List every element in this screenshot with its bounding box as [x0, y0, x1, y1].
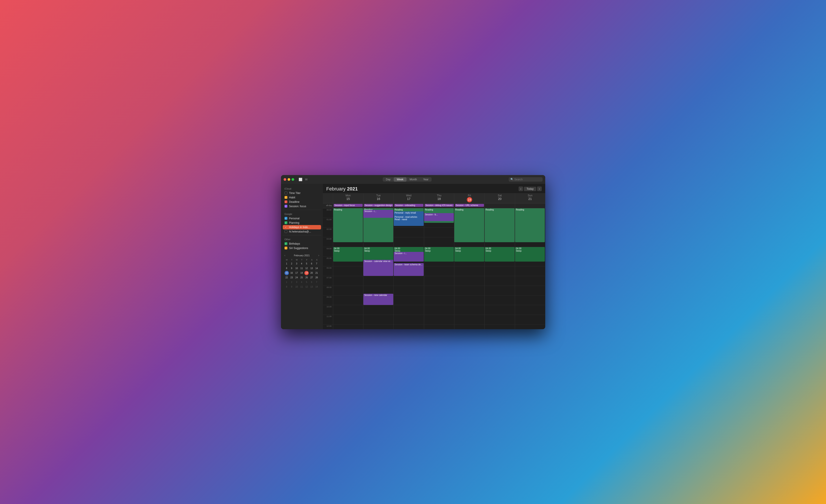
- time-cell-d3-h9[interactable]: [424, 296, 454, 305]
- time-cell-d2-h11[interactable]: [394, 315, 424, 324]
- mini-cal-day-4[interactable]: 4: [299, 262, 304, 266]
- time-cell-d6-h7[interactable]: [515, 276, 545, 286]
- mini-cal-day-mar3[interactable]: 3: [294, 280, 299, 285]
- time-cell-d3-h8[interactable]: [424, 286, 454, 296]
- checkbox-holidays[interactable]: ✓: [285, 226, 287, 229]
- sidebar-item-siri[interactable]: ✓ Siri Suggestions: [283, 246, 321, 250]
- mini-cal-day-mar11[interactable]: 11: [299, 285, 304, 289]
- allday-event-fri[interactable]: Session - URL scheme: [455, 204, 484, 207]
- mini-cal-day-11[interactable]: 11: [299, 266, 304, 271]
- checkbox-personal[interactable]: ✓: [285, 217, 287, 220]
- event-12[interactable]: Session - new calendar: [363, 294, 393, 305]
- event-48[interactable]: 04.00 Sleep: [515, 247, 545, 262]
- time-cell-d0-h9[interactable]: [333, 296, 363, 305]
- time-cell-d2-h12[interactable]: [394, 324, 424, 329]
- time-cell-d5-h10[interactable]: [484, 305, 515, 315]
- mini-cal-day-23[interactable]: 23: [289, 275, 294, 280]
- sidebar-item-deadline[interactable]: ✓ Deadline: [283, 200, 321, 204]
- time-cell-d2-h9[interactable]: [394, 296, 424, 305]
- checkbox-focus[interactable]: ✓: [285, 205, 287, 208]
- time-cell-d6-h11[interactable]: [515, 315, 545, 324]
- time-cell-d2-h2[interactable]: [394, 228, 424, 237]
- time-cell-d5-h6[interactable]: [484, 266, 515, 276]
- sidebar-item-birthdays[interactable]: ✓ Birthdays: [283, 242, 321, 246]
- mini-cal-day-26[interactable]: 26: [304, 275, 309, 280]
- mini-cal-day-15[interactable]: 15: [285, 271, 289, 275]
- mini-cal-day-24[interactable]: 24: [294, 275, 299, 280]
- mini-cal-day-mar2[interactable]: 2: [289, 280, 294, 285]
- mini-cal-day-mar1[interactable]: 1: [285, 280, 289, 285]
- time-cell-d3-h6[interactable]: [424, 266, 454, 276]
- allday-event-mon[interactable]: Session - input focus: [334, 204, 363, 207]
- mini-cal-day-6[interactable]: 6: [309, 262, 314, 266]
- time-cell-d6-h6[interactable]: [515, 266, 545, 276]
- mini-cal-day-mar10[interactable]: 10: [294, 285, 299, 289]
- event-7[interactable]: 04.00 Sleep: [333, 247, 363, 262]
- search-box[interactable]: 🔍: [509, 177, 543, 182]
- checkbox-deadline[interactable]: ✓: [285, 200, 287, 203]
- mini-cal-day-mar13[interactable]: 13: [309, 285, 314, 289]
- time-cell-d2-h7[interactable]: [394, 276, 424, 286]
- checkbox-habit[interactable]: ✓: [285, 196, 287, 199]
- time-cell-d2-h8[interactable]: [394, 286, 424, 296]
- time-cell-d1-h7[interactable]: [363, 276, 394, 286]
- minimize-button[interactable]: [288, 178, 290, 181]
- time-cell-d0-h12[interactable]: [333, 324, 363, 329]
- mini-cal-day-14[interactable]: 14: [314, 266, 319, 271]
- time-cell-d6-h9[interactable]: [515, 296, 545, 305]
- sidebar-item-focus[interactable]: ✓ Session: focus: [283, 204, 321, 208]
- time-cell-d1-h10[interactable]: [363, 305, 394, 315]
- allday-event-thu[interactable]: Session - debug iOS issues: [424, 204, 454, 207]
- allday-event-tue[interactable]: Session - suggestion design: [364, 204, 393, 207]
- event-38[interactable]: Reading: [454, 208, 484, 242]
- event-11[interactable]: Session - calendar view wi...: [363, 260, 393, 276]
- mini-cal-day-mar14[interactable]: 14: [314, 285, 319, 289]
- time-cell-d5-h9[interactable]: [484, 296, 515, 305]
- time-cell-d1-h11[interactable]: [363, 315, 394, 324]
- mini-cal-day-5[interactable]: 5: [304, 262, 309, 266]
- checkbox-planning[interactable]: ✓: [285, 221, 287, 224]
- event-21[interactable]: Read - naval: [394, 218, 424, 226]
- time-cell-d5-h7[interactable]: [484, 276, 515, 286]
- mini-cal-day-mar5[interactable]: 5: [304, 280, 309, 285]
- mini-cal-day-10[interactable]: 10: [294, 266, 299, 271]
- checkbox-time-tiler[interactable]: [285, 192, 287, 194]
- event-30[interactable]: Session - b...: [424, 213, 454, 221]
- time-cell-d3-h3[interactable]: [424, 237, 454, 247]
- time-cell-d0-h11[interactable]: [333, 315, 363, 324]
- time-cell-d6-h8[interactable]: [515, 286, 545, 296]
- mini-cal-day-27[interactable]: 27: [309, 275, 314, 280]
- cal-prev-btn[interactable]: ‹: [519, 187, 523, 191]
- mini-cal-day-18[interactable]: 18: [299, 271, 304, 275]
- time-cell-d0-h6[interactable]: [333, 266, 363, 276]
- mini-cal-day-mar4[interactable]: 4: [299, 280, 304, 285]
- time-cell-d3-h11[interactable]: [424, 315, 454, 324]
- event-47[interactable]: Reading: [515, 208, 545, 242]
- mini-cal-day-3[interactable]: 3: [294, 262, 299, 266]
- mini-cal-day-17[interactable]: 17: [294, 271, 299, 275]
- time-cell-d3-h2[interactable]: [424, 228, 454, 237]
- time-cell-d1-h12[interactable]: [363, 324, 394, 329]
- time-cell-d6-h10[interactable]: [515, 305, 545, 315]
- mini-cal-day-21[interactable]: 21: [314, 271, 319, 275]
- mini-cal-day-7[interactable]: 7: [314, 262, 319, 266]
- sidebar-toggle[interactable]: ⬜ ✉: [298, 177, 308, 182]
- mini-cal-day-28[interactable]: 28: [314, 275, 319, 280]
- sidebar-item-email[interactable]: hi.helenatasha@...: [283, 230, 321, 234]
- today-button[interactable]: Today: [524, 187, 536, 191]
- time-cell-d5-h8[interactable]: [484, 286, 515, 296]
- sidebar-item-holidays[interactable]: ✓ Holidays in Indo...: [283, 225, 321, 230]
- mini-cal-day-25[interactable]: 25: [299, 275, 304, 280]
- sidebar-item-habit[interactable]: ✓ Habit: [283, 195, 321, 200]
- event-9[interactable]: Session - i...: [363, 210, 393, 218]
- time-cell-d4-h8[interactable]: [454, 286, 484, 296]
- mini-cal-day-1[interactable]: 1: [285, 262, 289, 266]
- time-cell-d4-h11[interactable]: [454, 315, 484, 324]
- tab-week[interactable]: Week: [394, 177, 407, 182]
- search-input[interactable]: [514, 178, 541, 181]
- mini-cal-day-mar6[interactable]: 6: [309, 280, 314, 285]
- event-45[interactable]: 04.00 Sleep: [485, 247, 515, 262]
- event-0[interactable]: Reading: [333, 208, 363, 242]
- event-24[interactable]: Session - team schema de...: [394, 263, 424, 276]
- time-cell-d3-h10[interactable]: [424, 305, 454, 315]
